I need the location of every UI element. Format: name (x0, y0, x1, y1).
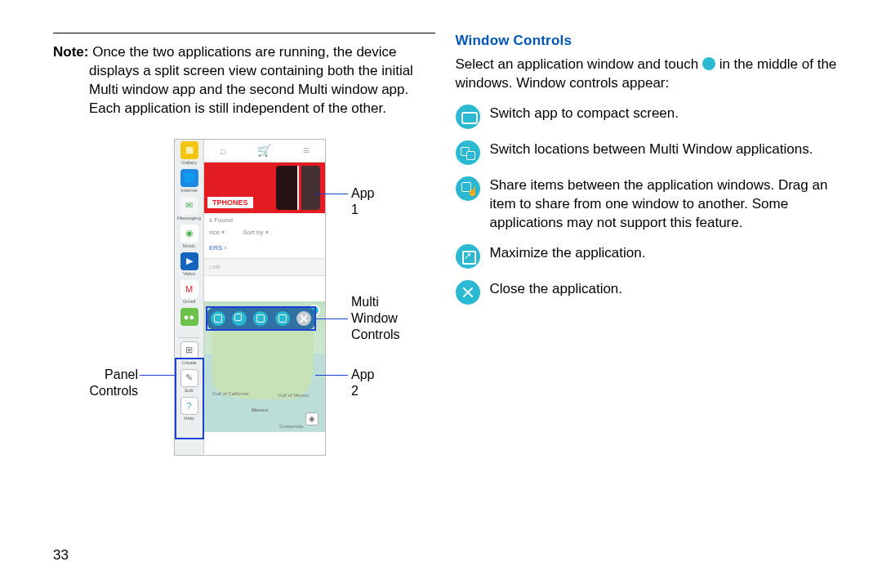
multiwindow-controls-overlay (207, 308, 314, 329)
callout-mw1: Multi (351, 294, 379, 310)
leader-mw (315, 318, 348, 320)
swap-locations-icon (456, 140, 480, 165)
control-swap: Switch locations between Multi Window ap… (456, 140, 838, 165)
page-number: 33 (53, 547, 69, 564)
control-maximize-text: Maximize the application. (490, 244, 838, 263)
intro-paragraph: Select an application window and touch i… (456, 56, 838, 93)
screenshot-figure: ▦Gallery 🌐Internet ✉Messaging ◉Music ▶Vi… (110, 139, 380, 466)
share-items-icon (456, 176, 480, 201)
callout-mw2: Window (351, 310, 398, 327)
control-close: Close the application. (456, 280, 838, 305)
close-icon (296, 311, 311, 326)
control-share: Share items between the application wind… (456, 176, 838, 233)
tray-edit: ✎Edit (180, 369, 198, 393)
tray-internet: 🌐Internet (180, 169, 198, 193)
locate-icon: ◈ (305, 412, 318, 425)
control-share-text: Share items between the application wind… (490, 176, 838, 233)
share-icon (253, 311, 268, 326)
left-column: Note: Once the two applications are runn… (53, 33, 435, 466)
leader-app1 (315, 194, 348, 195)
split-content: ⌕ 🛒 ≡ TPHONES s Found rice Sort by (204, 140, 325, 455)
right-column: Window Controls Select an application wi… (456, 33, 838, 466)
tray-create: ⊞Create (180, 341, 198, 365)
topbar: ⌕ 🛒 ≡ (204, 140, 325, 163)
note-label: Note: (53, 44, 88, 60)
tray-unknown: ●● (180, 308, 198, 332)
filters: rice Sort by (204, 227, 325, 244)
search-icon: ⌕ (220, 144, 226, 157)
control-close-text: Close the application. (490, 280, 838, 299)
maximize-icon (275, 311, 290, 326)
cart-icon: 🛒 (257, 144, 271, 157)
multiwindow-tray: ▦Gallery 🌐Internet ✉Messaging ◉Music ▶Vi… (175, 140, 204, 455)
device-screenshot: ▦Gallery 🌐Internet ✉Messaging ◉Music ▶Vi… (174, 139, 326, 456)
control-swap-text: Switch locations between Multi Window ap… (490, 140, 838, 159)
note-text: Once the two applications are running, t… (88, 44, 412, 116)
callout-panel1: Panel (102, 367, 138, 383)
divider (53, 33, 435, 33)
leader-panel (140, 375, 176, 376)
tray-gmail: MGmail (180, 280, 198, 304)
phones-graphic (276, 166, 320, 210)
tray-video: ▶Video (180, 252, 198, 276)
callout-panel2: Controls (86, 383, 138, 399)
manual-page: Note: Once the two applications are runn… (0, 0, 882, 482)
tray-music: ◉Music (180, 225, 198, 248)
leader-app2 (315, 375, 348, 376)
handle-dot-icon (702, 57, 715, 70)
callout-mw3: Controls (351, 327, 400, 343)
compact-icon (211, 311, 225, 326)
tray-messaging: ✉Messaging (177, 197, 201, 220)
note-paragraph: Note: Once the two applications are runn… (53, 43, 435, 118)
callout-app2: App 2 (351, 367, 380, 399)
compact-screen-icon (456, 105, 480, 129)
callout-app1: App 1 (351, 185, 380, 218)
ers-link: ERS › (204, 244, 325, 252)
app1-tag: TPHONES (207, 197, 253, 208)
tray-help: ?Help (180, 397, 198, 421)
maximize-icon (456, 244, 480, 269)
close-app-icon (456, 280, 480, 305)
results-found: s Found (204, 213, 325, 227)
section-heading: Window Controls (456, 33, 838, 49)
searchrow: ⌕ ch (204, 258, 325, 276)
control-maximize: Maximize the application. (456, 244, 838, 269)
control-compact: Switch app to compact screen. (456, 105, 838, 129)
swap-icon (232, 311, 247, 326)
app1-pane: TPHONES s Found rice Sort by ERS › ⌕ ch (204, 163, 325, 301)
control-compact-text: Switch app to compact screen. (490, 105, 838, 123)
menu-icon: ≡ (303, 144, 310, 157)
tray-gallery: ▦Gallery (180, 141, 198, 165)
